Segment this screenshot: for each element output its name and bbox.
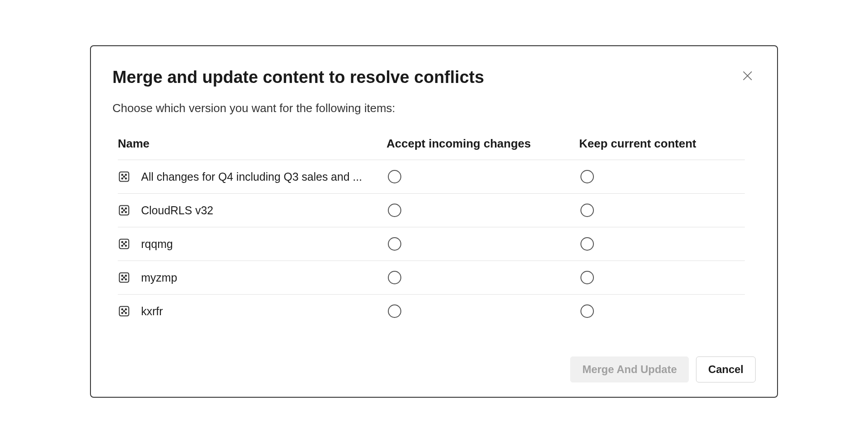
keep-cell bbox=[579, 204, 745, 217]
item-name: myzmp bbox=[141, 271, 177, 284]
accept-cell bbox=[387, 271, 579, 284]
keep-radio[interactable] bbox=[580, 204, 594, 217]
svg-point-12 bbox=[125, 212, 127, 213]
svg-point-16 bbox=[125, 242, 127, 243]
close-icon bbox=[741, 69, 754, 82]
accept-cell bbox=[387, 204, 579, 217]
svg-point-9 bbox=[122, 208, 123, 209]
svg-point-30 bbox=[125, 313, 127, 314]
svg-point-29 bbox=[122, 313, 123, 314]
accept-radio[interactable] bbox=[388, 271, 401, 284]
column-header-keep: Keep current content bbox=[579, 137, 745, 151]
table-row: rqqmg bbox=[118, 227, 745, 261]
keep-radio[interactable] bbox=[580, 304, 594, 318]
svg-point-25 bbox=[124, 277, 125, 278]
model-icon bbox=[118, 271, 130, 284]
svg-point-21 bbox=[122, 275, 123, 277]
item-name: kxrfr bbox=[141, 305, 163, 318]
svg-point-17 bbox=[122, 245, 123, 247]
model-icon bbox=[118, 305, 130, 317]
svg-point-4 bbox=[125, 174, 127, 176]
svg-point-24 bbox=[125, 279, 127, 280]
model-icon bbox=[118, 238, 130, 250]
svg-point-18 bbox=[125, 245, 127, 247]
accept-cell bbox=[387, 304, 579, 318]
svg-point-22 bbox=[125, 275, 127, 277]
svg-point-11 bbox=[122, 212, 123, 213]
keep-cell bbox=[579, 271, 745, 284]
accept-radio[interactable] bbox=[388, 304, 401, 318]
name-cell: CloudRLS v32 bbox=[118, 204, 387, 217]
keep-cell bbox=[579, 304, 745, 318]
dialog-footer: Merge And Update Cancel bbox=[112, 346, 756, 382]
accept-radio[interactable] bbox=[388, 237, 401, 251]
name-cell: kxrfr bbox=[118, 305, 387, 318]
keep-radio[interactable] bbox=[580, 237, 594, 251]
keep-cell bbox=[579, 237, 745, 251]
svg-point-19 bbox=[124, 243, 125, 245]
keep-radio[interactable] bbox=[580, 170, 594, 183]
table-row: All changes for Q4 including Q3 sales an… bbox=[118, 160, 745, 194]
item-name: All changes for Q4 including Q3 sales an… bbox=[141, 170, 362, 183]
dialog-header: Merge and update content to resolve conf… bbox=[112, 68, 756, 87]
svg-point-7 bbox=[124, 176, 125, 178]
table-header-row: Name Accept incoming changes Keep curren… bbox=[118, 137, 745, 160]
name-cell: All changes for Q4 including Q3 sales an… bbox=[118, 170, 387, 183]
cancel-button[interactable]: Cancel bbox=[696, 356, 756, 382]
svg-point-13 bbox=[124, 210, 125, 211]
accept-radio[interactable] bbox=[388, 204, 401, 217]
conflict-table: Name Accept incoming changes Keep curren… bbox=[112, 137, 756, 346]
model-icon bbox=[118, 170, 130, 183]
name-cell: rqqmg bbox=[118, 238, 387, 251]
svg-point-15 bbox=[122, 242, 123, 243]
close-button[interactable] bbox=[739, 68, 756, 84]
name-cell: myzmp bbox=[118, 271, 387, 284]
table-row: myzmp bbox=[118, 261, 745, 295]
svg-point-5 bbox=[122, 178, 123, 179]
keep-cell bbox=[579, 170, 745, 183]
svg-point-10 bbox=[125, 208, 127, 209]
column-header-name: Name bbox=[118, 137, 387, 151]
svg-point-6 bbox=[125, 178, 127, 179]
svg-point-3 bbox=[122, 174, 123, 176]
item-name: CloudRLS v32 bbox=[141, 204, 213, 217]
item-name: rqqmg bbox=[141, 238, 173, 251]
table-row: CloudRLS v32 bbox=[118, 194, 745, 227]
svg-point-28 bbox=[125, 309, 127, 310]
svg-point-23 bbox=[122, 279, 123, 280]
merge-conflict-dialog: Merge and update content to resolve conf… bbox=[90, 45, 778, 398]
keep-radio[interactable] bbox=[580, 271, 594, 284]
table-row: kxrfr bbox=[118, 295, 745, 328]
merge-and-update-button[interactable]: Merge And Update bbox=[570, 356, 689, 382]
accept-radio[interactable] bbox=[388, 170, 401, 183]
model-icon bbox=[118, 204, 130, 217]
svg-point-31 bbox=[124, 311, 125, 312]
svg-point-27 bbox=[122, 309, 123, 310]
dialog-subtitle: Choose which version you want for the fo… bbox=[112, 101, 756, 115]
column-header-accept: Accept incoming changes bbox=[387, 137, 579, 151]
accept-cell bbox=[387, 170, 579, 183]
dialog-title: Merge and update content to resolve conf… bbox=[112, 68, 484, 87]
accept-cell bbox=[387, 237, 579, 251]
